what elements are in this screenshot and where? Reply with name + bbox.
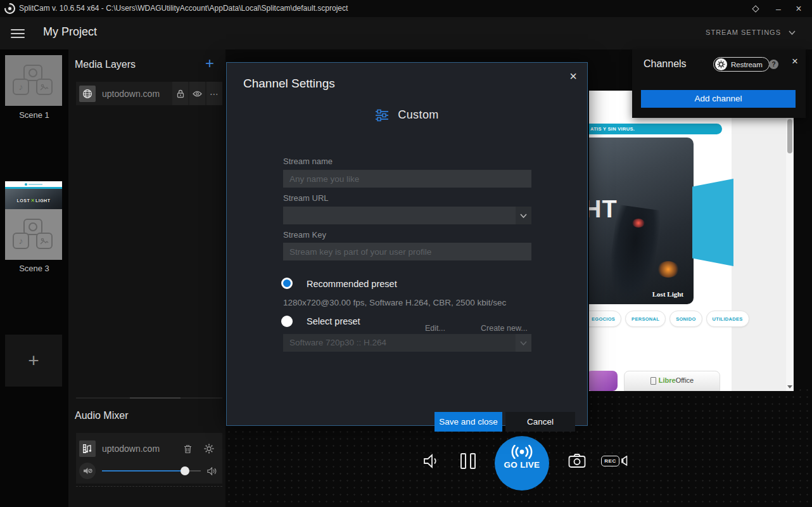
page-background — [732, 117, 786, 391]
scrollbar-down-arrow[interactable] — [787, 385, 792, 388]
speaker-muted-icon — [83, 467, 92, 475]
audio-channel-name: uptodown.com — [102, 444, 179, 454]
document-icon — [650, 377, 656, 385]
stream-key-label: Stream Key — [283, 230, 326, 240]
rec-label: REC — [601, 456, 619, 466]
purple-card — [589, 371, 618, 391]
chevron-down-icon — [520, 214, 527, 218]
menu-button[interactable] — [11, 29, 25, 38]
music-icon: ♪ — [13, 233, 29, 249]
edit-preset-link[interactable]: Edit... — [425, 324, 445, 333]
game-card: HT Lost Light — [589, 138, 694, 304]
sliders-icon — [375, 109, 389, 122]
audio-source-icon — [79, 440, 96, 457]
help-button[interactable]: ? — [769, 60, 778, 69]
category-pill[interactable]: SONIDO — [669, 311, 702, 327]
fire-glow — [657, 261, 679, 278]
eye-icon — [193, 91, 202, 97]
select-preset-radio[interactable] — [281, 316, 293, 327]
recommended-preset-info: 1280x720@30.00 fps, Software H.264, CBR,… — [283, 298, 506, 307]
music-icon: ♪ — [13, 79, 29, 95]
go-live-label: GO LIVE — [495, 460, 549, 470]
window-close-button[interactable]: × — [789, 0, 808, 17]
save-and-close-button[interactable]: Save and close — [435, 412, 502, 432]
image-icon — [36, 79, 53, 95]
pause-button[interactable] — [459, 451, 478, 470]
create-new-preset-link[interactable]: Create new... — [481, 324, 528, 333]
preset-dropdown-button[interactable] — [516, 334, 531, 352]
restream-logo-icon — [715, 58, 727, 70]
mute-button[interactable] — [79, 463, 96, 479]
stream-name-input[interactable] — [283, 170, 531, 188]
window-title: SplitCam v. 10.6.54 x64 - C:\Users\WDAGU… — [19, 4, 348, 13]
lock-icon — [177, 89, 184, 98]
layer-visibility-button[interactable] — [189, 82, 205, 105]
category-pills: EGOCIOS PERSONAL SONIDO UTILIDADES — [589, 311, 735, 327]
volume-slider-fill — [102, 470, 185, 472]
splitcam-logo-icon — [4, 3, 15, 14]
page-banner: ATIS Y SIN VIRUS. — [589, 124, 722, 134]
mini-browser-bar — [5, 181, 62, 187]
audio-settings-button[interactable] — [201, 440, 217, 457]
scrollbar-thumb[interactable] — [787, 119, 792, 153]
go-live-button[interactable]: GO LIVE — [495, 436, 549, 491]
modal-close-button[interactable]: × — [569, 69, 577, 84]
media-panel: Media Layers + uptodown.com ⋯ Audio Mixe… — [68, 49, 225, 507]
add-layer-button[interactable]: + — [205, 58, 214, 69]
window-titlebar: SplitCam v. 10.6.54 x64 - C:\Users\WDAGU… — [0, 0, 812, 17]
sparkle-icon — [752, 5, 759, 12]
libreoffice-card: LibreOffice — [624, 371, 720, 391]
camera-icon — [568, 453, 586, 468]
gear-icon — [204, 444, 214, 454]
splitcam-app: SplitCam v. 10.6.54 x64 - C:\Users\WDAGU… — [0, 0, 812, 507]
channels-panel: Channels Restream ? × Add channel — [632, 49, 806, 118]
panel-dashed-edge — [76, 486, 222, 487]
channels-title: Channels — [644, 58, 687, 70]
scene-1-thumbnail[interactable]: ♪ — [5, 55, 62, 106]
add-scene-button[interactable]: + — [5, 335, 62, 387]
glow-accent — [632, 219, 645, 228]
stream-settings-button[interactable]: STREAM SETTINGS — [706, 29, 796, 36]
snapshot-button[interactable] — [567, 451, 587, 471]
preset-select[interactable]: Software 720p30 :: H.264 — [283, 334, 531, 352]
volume-slider-knob[interactable] — [181, 466, 189, 475]
category-pill[interactable]: UTILIDADES — [706, 311, 749, 327]
volume-slider[interactable] — [102, 466, 201, 475]
scene-3-label: Scene 3 — [0, 264, 68, 273]
add-channel-button[interactable]: Add channel — [641, 90, 796, 108]
monitor-volume-button[interactable] — [422, 451, 441, 470]
broadcast-icon — [507, 445, 536, 459]
speaker-icon — [423, 454, 440, 468]
restream-button[interactable]: Restream — [713, 57, 770, 72]
record-button[interactable]: REC — [600, 453, 628, 468]
stream-url-select[interactable] — [283, 207, 531, 224]
recommended-preset-radio[interactable] — [281, 278, 293, 289]
channels-close-button[interactable]: × — [792, 55, 798, 68]
panel-divider[interactable] — [76, 397, 222, 399]
lock-layer-button[interactable] — [172, 82, 188, 105]
scenes-sidebar: ♪ Scene 1 LOST✕LIGHT Scene 2 ♪ — [0, 49, 68, 507]
window-extra-icon[interactable] — [746, 0, 765, 17]
pause-icon — [460, 453, 476, 469]
cancel-button[interactable]: Cancel — [505, 412, 575, 432]
delete-audio-button[interactable] — [179, 440, 196, 457]
preview-scrollbar[interactable] — [786, 117, 794, 391]
media-layer-row[interactable]: uptodown.com ⋯ — [76, 82, 222, 105]
layer-more-button[interactable]: ⋯ — [206, 82, 222, 105]
select-preset-label[interactable]: Select preset — [307, 316, 360, 326]
category-pill[interactable]: EGOCIOS — [589, 311, 621, 327]
stream-name-label: Stream name — [283, 157, 333, 166]
chevron-down-icon — [789, 30, 796, 35]
modal-title: Channel Settings — [243, 77, 335, 91]
category-pill[interactable]: PERSONAL — [625, 311, 666, 327]
stream-key-input[interactable] — [283, 243, 531, 260]
audio-channel-row: uptodown.com — [76, 433, 222, 484]
globe-icon — [79, 86, 96, 102]
stream-url-dropdown-button[interactable] — [516, 207, 531, 224]
game-caption: Lost Light — [652, 290, 683, 298]
minimize-button[interactable]: – — [769, 0, 788, 17]
scene-3-thumbnail[interactable]: ♪ — [5, 209, 62, 260]
webpage-preview[interactable]: ATIS Y SIN VIRUS. HT Lost Light EGOCIOS … — [589, 91, 794, 391]
stream-settings-label: STREAM SETTINGS — [706, 29, 781, 36]
recommended-preset-label[interactable]: Recommended preset — [307, 279, 397, 289]
